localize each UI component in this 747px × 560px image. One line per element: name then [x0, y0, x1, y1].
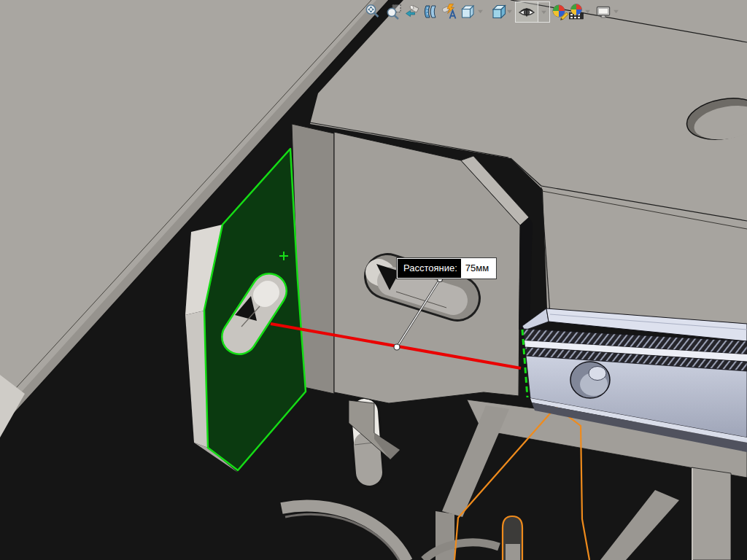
previous-view-icon [404, 3, 422, 20]
measurement-callout[interactable]: Расстояние: 75мм [397, 258, 496, 279]
view-settings-dropdown[interactable] [611, 1, 621, 21]
annotation-views-icon [441, 3, 458, 20]
section-view-icon [422, 3, 439, 20]
apply-scene-dropdown[interactable] [583, 1, 592, 21]
view-orientation-icon [459, 3, 476, 20]
hide-show-items-dropdown[interactable] [538, 2, 549, 22]
viewport-3d[interactable] [0, 0, 747, 560]
view-orientation-button[interactable] [458, 1, 477, 21]
view-settings-button[interactable] [594, 1, 613, 21]
chevron-down-icon [541, 9, 547, 15]
solidworks-graphics-area: Расстояние: 75мм [0, 0, 747, 560]
zoom-area-icon [385, 3, 403, 20]
section-view-button[interactable] [421, 1, 440, 21]
chevron-down-icon [506, 8, 513, 15]
rail-hole[interactable] [570, 362, 610, 398]
measurement-label: Расстояние: [398, 259, 461, 278]
hide-show-items-button[interactable] [516, 2, 538, 22]
display-style-dropdown[interactable] [505, 1, 514, 21]
previous-view-button[interactable] [403, 1, 422, 21]
eye-icon [518, 4, 535, 21]
chevron-down-icon [613, 8, 619, 15]
measurement-value: 75мм [461, 259, 495, 278]
zoom-to-fit-button[interactable] [363, 1, 382, 21]
zoom-to-area-button[interactable] [384, 1, 403, 21]
view-orientation-dropdown[interactable] [476, 1, 485, 21]
hide-show-items-group [515, 1, 550, 23]
vertical-column[interactable] [692, 467, 731, 560]
zoom-fit-icon [364, 3, 382, 20]
view-settings-icon [595, 3, 612, 20]
chevron-down-icon [477, 8, 484, 15]
slot-bar-lower [506, 544, 520, 560]
annotation-views-button[interactable] [440, 1, 459, 21]
chevron-down-icon [584, 8, 591, 15]
